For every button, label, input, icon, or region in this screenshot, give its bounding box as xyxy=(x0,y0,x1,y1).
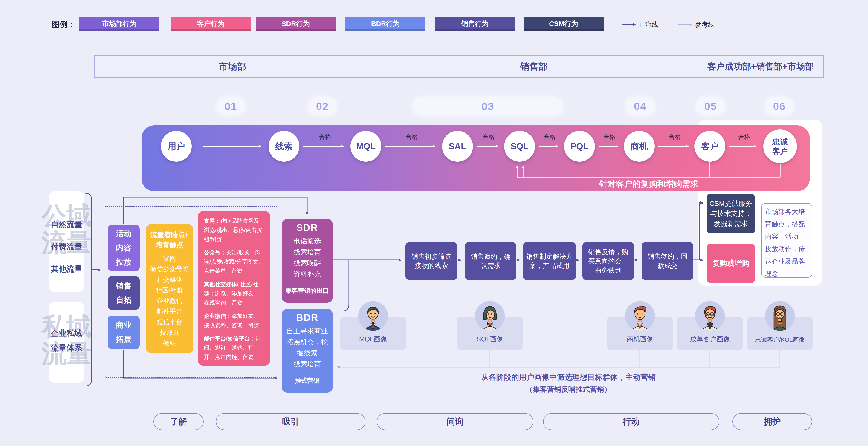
qualified-label-7: 合格 xyxy=(731,133,758,141)
action-box-sales-self-expansion: 销售 自拓 xyxy=(108,276,140,310)
sdr-line: 电话筛选 xyxy=(282,235,333,247)
action-box-business-development: 商业 拓展 xyxy=(108,316,140,349)
journey-stage-action: 行动 xyxy=(543,413,719,430)
sales-step-box: 销售反馈，购买意向约会，商务谈判 xyxy=(582,242,634,280)
journey-stage-awareness: 了解 xyxy=(154,413,204,430)
persona-label: 忠诚客户/KOL画像 xyxy=(755,336,805,344)
department-sales: 销售部 xyxy=(370,56,698,77)
private-traffic-line: 企业私域 xyxy=(49,328,84,339)
csm-service-box: CSM提供服务 与技术支持； 发掘新需求 xyxy=(707,194,755,233)
behavior-paragraph: 邮件平台/短信平台：订阅、退订、送达、打开、点击内链、留资 xyxy=(204,334,264,361)
legend-ref-line: 参考线 xyxy=(678,20,714,29)
sdr-title: SDR xyxy=(282,222,333,233)
legend-flow-line: 正流线 xyxy=(621,20,658,29)
qualified-label-4: 合格 xyxy=(536,133,563,141)
step-number-1: 01 xyxy=(217,98,245,115)
legend-chip-customer: 客户行为 xyxy=(171,17,251,31)
opportunity-persona-avatar-icon xyxy=(625,301,655,331)
funnel-stage-user: 用户 xyxy=(161,131,192,162)
sql-persona-avatar-icon xyxy=(475,301,505,331)
department-marketing: 市场部 xyxy=(94,56,370,77)
bdr-line: 自主寻求商业 xyxy=(282,325,333,337)
qualified-label-2: 合格 xyxy=(398,133,426,141)
legend-chip-marketing: 市场部行为 xyxy=(80,17,159,31)
persona-label: MQL画像 xyxy=(359,335,387,344)
step-number-5: 05 xyxy=(696,98,725,115)
behavior-lead: 邮件平台/短信平台： xyxy=(204,336,255,342)
journey-stage-advocacy: 拥护 xyxy=(733,413,812,430)
qualified-label-1: 合格 xyxy=(311,133,339,141)
sdr-footer: 集客营销的出口 xyxy=(282,287,333,295)
funnel-stage-sql: SQL xyxy=(504,131,535,162)
funnel-stage-loyal-customer: 忠诚客户 xyxy=(763,129,797,163)
behavior-paragraph: 其他社交媒体/ 社区/社群：浏览、添加好友、在线咨询、留资 xyxy=(204,280,264,307)
bdr-box: BDR 自主寻求商业 拓展机会，挖 掘线索 线索培育 推式营销 xyxy=(282,309,333,393)
action-line: 活动 xyxy=(116,228,132,239)
bdr-title: BDR xyxy=(282,312,333,323)
behavior-paragraph: 企业微信：添加好友、接收资料、咨询、留资 xyxy=(204,312,264,330)
sales-step-box: 销售制定解决方案，产品试用 xyxy=(523,242,576,280)
closed-customer-persona-avatar-icon xyxy=(695,301,725,331)
funnel-stage-lead: 线索 xyxy=(269,131,299,162)
bdr-line: 掘线索 xyxy=(282,348,333,359)
bdr-footer: 推式营销 xyxy=(282,377,333,385)
touchpoint-item: 微站 xyxy=(146,338,193,348)
touchpoints-box: 流量着陆点+ 培育触点 官网 微信公众号等 社交媒体 社区/社群 企业微信 邮件… xyxy=(146,224,193,353)
legend-chip-sales: 销售行为 xyxy=(435,17,515,31)
department-csm-sales-marketing: 客户成功部+销售部+市场部 xyxy=(698,56,824,77)
feedback-note-line1: 从各阶段的用户画像中筛选理想目标群体，主动营销 xyxy=(391,372,746,383)
sdr-line: 线索培育 xyxy=(282,247,333,258)
funnel-stage-pql: PQL xyxy=(564,131,595,162)
public-traffic-line: 自然流量 xyxy=(49,219,84,230)
touchpoint-item: 社区/社群 xyxy=(146,285,193,295)
touchpoint-item: 社交媒体 xyxy=(146,275,193,285)
feedback-note-line2: （集客营销反哺推式营销） xyxy=(391,385,746,394)
behavior-paragraph: 公众号：关注/取关、阅读/点赞/收藏/分享图文、点击菜单、留资 xyxy=(204,248,264,276)
persona-label: 商机画像 xyxy=(627,335,653,344)
flow-line-label: 正流线 xyxy=(639,20,658,29)
qualified-label-3: 合格 xyxy=(475,133,502,141)
funnel-stage-opportunity: 商机 xyxy=(624,131,655,162)
touchpoint-item: 短信平台 xyxy=(146,317,193,327)
private-traffic-line: 流量体系 xyxy=(49,343,84,353)
bdr-line: 线索培育 xyxy=(282,359,333,370)
customer-behaviors-box: 官网：访问品牌官网及浏览/跳出、悬停/点击按钮/留资 公众号：关注/取关、阅读/… xyxy=(198,211,270,366)
touchpoint-item: 投放页 xyxy=(146,327,193,338)
behavior-lead: 官网： xyxy=(204,218,220,224)
legend-chip-csm: CSM行为 xyxy=(524,17,603,31)
sdr-line: 线索唤醒 xyxy=(282,258,333,269)
step-number-6: 06 xyxy=(765,98,794,115)
action-line: 拓展 xyxy=(116,334,132,345)
flow-diagram-canvas: 图例： 市场部行为 客户行为 SDR行为 BDR行为 销售行为 CSM行为 正流… xyxy=(0,0,868,446)
persona-label: 成单客户画像 xyxy=(690,335,730,344)
market-note-box: 市场部各大培育触点，搭配内容、活动、投放动作，传达企业及品牌理念 xyxy=(761,203,812,278)
step-number-3: 03 xyxy=(413,98,563,115)
csm-line: 发掘新需求 xyxy=(714,219,748,229)
step-number-4: 04 xyxy=(626,98,654,115)
behavior-lead: 企业微信： xyxy=(204,313,231,319)
sdr-box: SDR 电话筛选 线索培育 线索唤醒 资料补充 集客营销的出口 xyxy=(282,219,333,303)
action-line: 销售 xyxy=(116,281,132,291)
qualified-label-6: 合格 xyxy=(661,133,688,141)
sdr-line: 资料补充 xyxy=(282,269,333,280)
qualified-label-5: 合格 xyxy=(595,133,623,141)
mql-persona-avatar-icon xyxy=(358,301,388,331)
persona-label: SQL画像 xyxy=(476,335,503,344)
legend-label: 图例： xyxy=(52,19,75,30)
legend-chip-sdr: SDR行为 xyxy=(256,17,336,31)
action-line: 自拓 xyxy=(116,295,132,306)
legend-chip-bdr: BDR行为 xyxy=(345,17,426,31)
csm-line: 与技术支持； xyxy=(710,209,751,219)
csm-line: CSM提供服务 xyxy=(709,198,752,209)
funnel-stage-customer: 客户 xyxy=(694,131,725,162)
public-traffic-line: 付费流量 xyxy=(49,242,84,252)
department-divider-dashed xyxy=(370,56,371,77)
journey-stage-attract: 吸引 xyxy=(216,413,365,430)
action-line: 内容 xyxy=(116,243,132,253)
private-traffic-card xyxy=(49,302,84,383)
funnel-stage-sal: SAL xyxy=(442,131,473,162)
journey-stage-inquiry: 问询 xyxy=(377,413,533,430)
touchpoint-item: 微信公众号等 xyxy=(146,264,193,275)
action-line: 商业 xyxy=(116,320,132,330)
public-traffic-line: 其他流量 xyxy=(49,264,84,275)
